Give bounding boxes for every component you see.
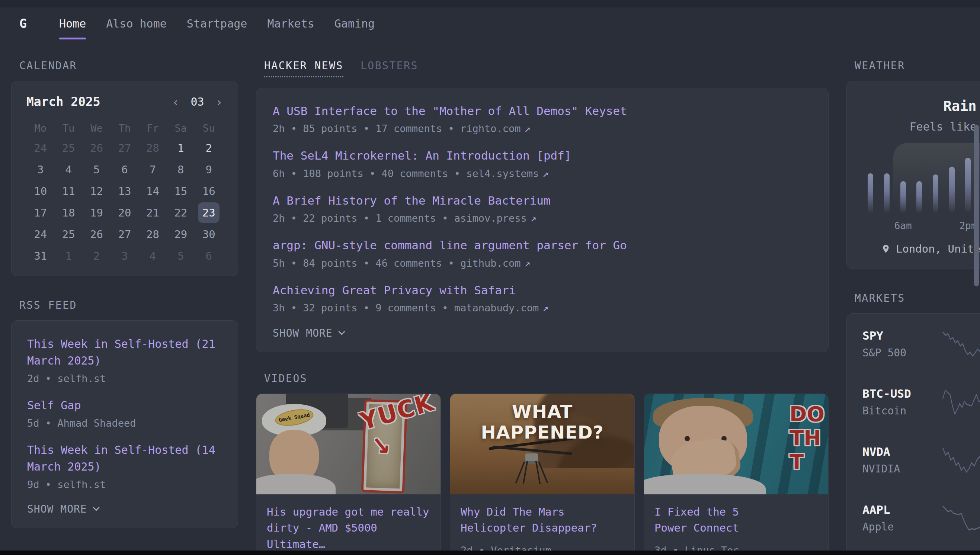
- calendar-day: 11: [55, 181, 82, 201]
- news-item-link[interactable]: argp: GNU-style command line argument pa…: [273, 237, 812, 253]
- video-card[interactable]: Geek Squad YUCK ↘ His upgrade got me rea…: [256, 393, 441, 550]
- market-name: S&P 500: [863, 347, 939, 359]
- market-row[interactable]: BTC-USD Bitcoin +1.39% $84,999.29: [862, 373, 980, 431]
- external-link-icon[interactable]: ↗: [542, 168, 549, 179]
- rss-item-link[interactable]: This Week in Self-Hosted (14 March 2025): [27, 441, 222, 475]
- market-ticker: SPY: [863, 329, 939, 342]
- external-link-icon[interactable]: ↗: [531, 212, 537, 224]
- weather-widget: Rain Feels like 11°C 6am 2pm 12°: [847, 81, 980, 269]
- thumbnail-body-shape: [257, 474, 335, 494]
- news-item-link[interactable]: The SeL4 Microkernel: An Introduction [p…: [273, 148, 812, 164]
- feed-tabs: HACKER NEWSLOBSTERS: [256, 59, 829, 77]
- calendar-heading: CALENDAR: [11, 59, 238, 72]
- rss-widget: This Week in Self-Hosted (21 March 2025)…: [11, 320, 238, 528]
- nav-tab[interactable]: Markets: [267, 8, 314, 39]
- calendar-day: 8: [167, 159, 194, 180]
- nav-tab-label: Also home: [106, 17, 167, 30]
- news-show-more-label: SHOW MORE: [273, 327, 333, 339]
- calendar-day: 2: [83, 245, 111, 266]
- rss-item: This Week in Self-Hosted (14 March 2025)…: [27, 441, 222, 490]
- thumbnail-face-shape: [659, 406, 747, 474]
- news-item-link[interactable]: A USB Interface to the "Mother of All De…: [273, 103, 812, 119]
- calendar-day: 20: [111, 202, 138, 223]
- weather-bar-column: [879, 146, 895, 234]
- calendar-month-number: 03: [191, 95, 204, 108]
- nav-tab-label: Startpage: [187, 17, 247, 30]
- rss-show-more-button[interactable]: SHOW MORE: [27, 503, 222, 515]
- weather-bar: [916, 181, 922, 213]
- app-logo[interactable]: G: [19, 8, 44, 39]
- market-ticker: AAPL: [863, 503, 939, 517]
- calendar-day: 21: [139, 202, 167, 223]
- calendar-day: 30: [195, 224, 223, 244]
- market-row[interactable]: SPY S&P 500 -0.27% $563.98: [862, 315, 980, 373]
- news-list: A USB Interface to the "Mother of All De…: [273, 103, 812, 314]
- video-thumbnail[interactable]: Geek Squad YUCK ↘: [257, 394, 441, 494]
- markets-widget: SPY S&P 500 -0.27% $563.98 BTC-USD Bitco…: [847, 313, 980, 550]
- video-title-link[interactable]: Why Did The Mars Helicopter Disappear?: [450, 494, 634, 536]
- video-card[interactable]: DO TH T I Fixed the 5 Power Connect 3d •…: [644, 393, 829, 550]
- video-card[interactable]: WHAT HAPPENED? Why Did The Mars Helicopt…: [450, 393, 635, 550]
- nav-tab[interactable]: Home: [59, 8, 86, 39]
- calendar-day: 23: [198, 202, 220, 223]
- thumbnail-face-shape: [269, 430, 319, 482]
- news-item-meta: 6h • 108 points • 40 comments • sel4.sys…: [273, 168, 812, 179]
- video-title-link[interactable]: His upgrade got me really dirty - AMD $5…: [257, 494, 441, 550]
- market-row[interactable]: MSFT Microsoft +1.14% $391.26: [862, 547, 980, 550]
- calendar-day: 1: [167, 138, 194, 158]
- market-sparkline: [942, 330, 980, 358]
- news-item-link[interactable]: A Brief History of the Miracle Bacterium: [273, 193, 812, 209]
- market-symbol-block: NVDA NVIDIA: [863, 445, 939, 475]
- thumbnail-overlay-text: WHAT HAPPENED?: [450, 401, 634, 443]
- calendar-day: 10: [26, 181, 55, 201]
- calendar-day: 5: [83, 159, 111, 180]
- rss-item-link[interactable]: Self Gap: [27, 397, 222, 414]
- calendar-day: 18: [55, 202, 82, 223]
- nav-tab[interactable]: Gaming: [334, 8, 375, 39]
- news-item: The SeL4 Microkernel: An Introduction [p…: [273, 148, 812, 179]
- calendar-day: 28: [139, 138, 167, 158]
- nav-tab-label: Gaming: [334, 17, 375, 30]
- video-title-link[interactable]: I Fixed the 5 Power Connect: [644, 494, 828, 536]
- news-item: A Brief History of the Miracle Bacterium…: [273, 193, 812, 224]
- news-show-more-button[interactable]: SHOW MORE: [273, 327, 812, 339]
- calendar-prev-icon[interactable]: ‹: [172, 96, 179, 108]
- calendar-day: 9: [195, 159, 223, 180]
- calendar-widget: March 2025 ‹ 03 › MoTuWeThFrSaSu 2425262…: [11, 81, 238, 276]
- video-thumbnail[interactable]: DO TH T: [644, 394, 828, 494]
- scrollbar[interactable]: [974, 125, 979, 286]
- feed-tab[interactable]: HACKER NEWS: [264, 59, 343, 77]
- news-item-link[interactable]: Achieving Great Privacy with Safari: [273, 282, 812, 298]
- weather-heading: WEATHER: [847, 59, 980, 72]
- video-thumbnail[interactable]: WHAT HAPPENED?: [450, 394, 634, 494]
- external-link-icon[interactable]: ↗: [524, 257, 530, 269]
- calendar-weekday: We: [83, 122, 111, 134]
- calendar-day: 25: [55, 138, 82, 158]
- weather-bar: [965, 158, 971, 213]
- external-link-icon[interactable]: ↗: [542, 302, 549, 314]
- rss-show-more-label: SHOW MORE: [27, 503, 87, 515]
- nav-tab-label: Markets: [267, 17, 314, 30]
- weather-bar: [949, 167, 955, 213]
- thumbnail-background-shape: [286, 394, 348, 428]
- nav-tab[interactable]: Startpage: [187, 8, 247, 39]
- market-name: Apple: [863, 521, 939, 533]
- market-row[interactable]: NVDA NVIDIA -0.70% $117.70: [862, 431, 980, 489]
- nav-tab[interactable]: Also home: [106, 8, 167, 39]
- calendar-day: 3: [26, 159, 55, 180]
- calendar-day: 25: [55, 224, 82, 244]
- weather-feels-like: Feels like 11°C: [860, 120, 980, 133]
- weather-bar-column: [943, 146, 960, 234]
- news-item-meta-text: 6h • 108 points • 40 comments • sel4.sys…: [273, 168, 539, 179]
- calendar-nav: ‹ 03 ›: [172, 95, 223, 108]
- external-link-icon[interactable]: ↗: [524, 123, 530, 134]
- market-ticker: NVDA: [863, 445, 939, 458]
- market-symbol-block: BTC-USD Bitcoin: [863, 387, 939, 417]
- thumbnail-dust-cloud-shape: [556, 436, 635, 494]
- rss-item-link[interactable]: This Week in Self-Hosted (21 March 2025): [27, 335, 222, 369]
- calendar-next-icon[interactable]: ›: [215, 96, 223, 108]
- weather-hourly-chart: 6am 2pm 12° 10pm: [860, 146, 980, 234]
- feed-tab[interactable]: LOBSTERS: [361, 59, 418, 77]
- rss-item-meta: 9d • selfh.st: [27, 479, 222, 490]
- market-row[interactable]: AAPL Apple +1.95% $218.27: [862, 489, 980, 547]
